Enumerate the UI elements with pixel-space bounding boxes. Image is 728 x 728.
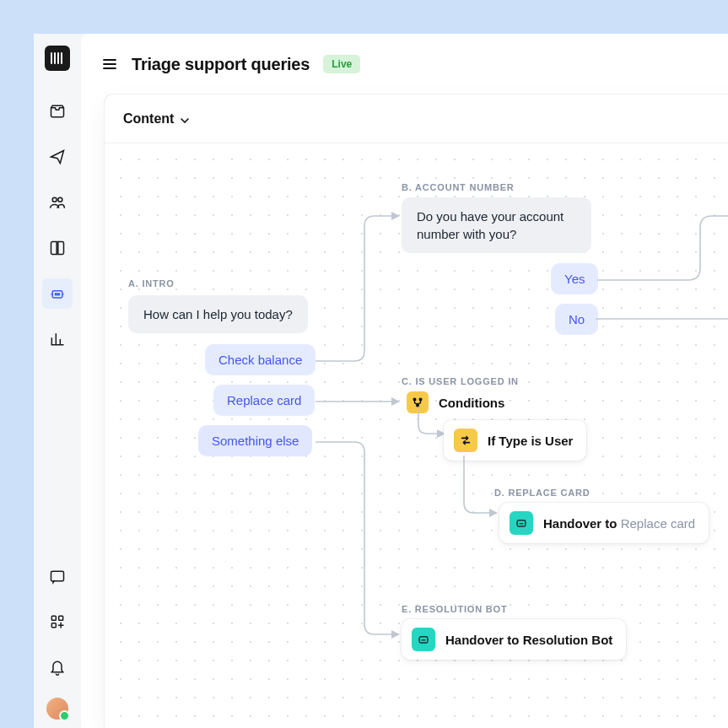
flow-canvas[interactable]: A. INTRO How can I help you today? Check… <box>105 143 728 728</box>
bot-icon <box>412 628 435 651</box>
intro-option-check-balance[interactable]: Check balance <box>205 344 315 375</box>
intro-option-something-else[interactable]: Something else <box>198 425 312 456</box>
arrow-replace-card <box>314 395 415 412</box>
svg-rect-24 <box>520 523 524 524</box>
replace-card-label: Handover to Replace card <box>543 516 695 531</box>
section-label-b: B. ACCOUNT NUMBER <box>402 182 515 192</box>
chevron-down-icon <box>181 111 189 127</box>
section-label-e: E. RESOLUTION BOT <box>402 604 507 614</box>
arrow-something-else <box>314 435 415 655</box>
svg-rect-9 <box>51 616 56 620</box>
intro-option-replace-card[interactable]: Replace card <box>213 385 315 416</box>
svg-point-20 <box>417 404 419 407</box>
svg-rect-3 <box>61 52 62 64</box>
nav-inbox-icon[interactable] <box>42 96 73 127</box>
svg-rect-2 <box>57 52 59 64</box>
svg-marker-16 <box>391 397 400 406</box>
nav-apps-icon[interactable] <box>42 607 73 637</box>
status-badge: Live <box>323 55 360 73</box>
content-dropdown[interactable]: Content <box>123 111 189 127</box>
nav-book-icon[interactable] <box>42 233 73 263</box>
intro-prompt-bubble[interactable]: How can I help you today? <box>128 295 308 333</box>
account-prompt-bubble[interactable]: Do you have your account number with you… <box>402 197 591 253</box>
svg-point-5 <box>58 197 62 202</box>
svg-rect-6 <box>52 291 62 298</box>
app-logo[interactable] <box>45 46 70 71</box>
account-option-yes[interactable]: Yes <box>551 263 598 294</box>
nav-people-icon[interactable] <box>42 187 73 218</box>
section-label-c: C. IS USER LOGGED IN <box>402 376 519 386</box>
arrow-check-balance <box>314 211 415 380</box>
nav-analytics-icon[interactable] <box>42 324 73 354</box>
replace-card-handover[interactable]: Handover to Replace card <box>499 503 709 543</box>
arrow-yes-offscreen <box>596 211 728 295</box>
canvas-toolbar: Content <box>105 94 728 143</box>
nav-notifications-icon[interactable] <box>42 652 73 682</box>
sidebar <box>34 34 81 728</box>
section-label-d: D. REPLACE CARD <box>494 488 590 498</box>
svg-rect-8 <box>51 571 64 581</box>
svg-point-4 <box>52 197 57 202</box>
conditions-title: Conditions <box>439 396 504 410</box>
bot-icon <box>510 511 533 535</box>
condition-rule-card[interactable]: If Type is User <box>444 420 586 461</box>
svg-marker-17 <box>391 630 400 639</box>
resolution-bot-label: Handover to Resolution Bot <box>445 633 612 647</box>
swap-icon <box>454 429 477 452</box>
section-label-a: A. INTRO <box>128 278 175 289</box>
menu-icon[interactable] <box>101 56 118 73</box>
resolution-bot-handover[interactable]: Handover to Resolution Bot <box>402 619 626 660</box>
topbar: Triage support queries Live <box>81 34 728 94</box>
svg-marker-22 <box>489 509 498 517</box>
svg-point-18 <box>413 398 416 401</box>
svg-rect-28 <box>422 639 426 640</box>
arrow-no-offscreen <box>594 312 728 329</box>
nav-help-icon[interactable] <box>42 561 73 591</box>
main: Triage support queries Live Content A. I… <box>81 34 728 728</box>
condition-rule-text: If Type is User <box>488 434 573 448</box>
svg-rect-0 <box>51 52 52 64</box>
svg-rect-1 <box>54 52 56 64</box>
svg-point-19 <box>419 398 422 401</box>
svg-rect-10 <box>59 616 63 620</box>
user-avatar[interactable] <box>46 698 68 720</box>
svg-rect-11 <box>51 623 56 628</box>
page-title: Triage support queries <box>132 55 310 74</box>
account-option-no[interactable]: No <box>555 304 598 335</box>
canvas-container: Content A. INTRO How can I help you toda… <box>105 94 728 728</box>
nav-send-icon[interactable] <box>42 142 73 172</box>
svg-rect-7 <box>56 294 60 295</box>
svg-marker-15 <box>391 212 400 220</box>
nav-bot-icon[interactable] <box>42 278 73 309</box>
content-dropdown-label: Content <box>123 111 174 127</box>
